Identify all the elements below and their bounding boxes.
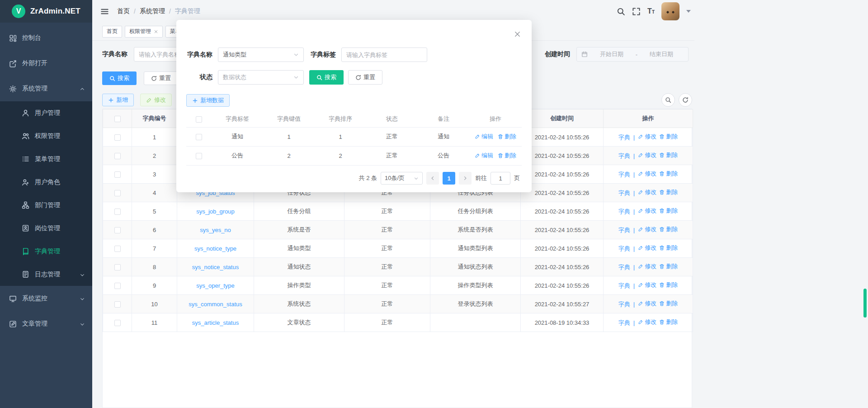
font-size-icon[interactable]: TT [647, 7, 655, 15]
breadcrumb-item[interactable]: 系统管理 [140, 7, 165, 15]
modal-search-button[interactable]: 搜索 [309, 70, 344, 85]
delete-link[interactable]: 删除 [659, 188, 678, 196]
delete-link[interactable]: 删除 [659, 225, 678, 233]
sidebar-item-permission-management[interactable]: 权限管理 [0, 124, 92, 147]
dict-type-link[interactable]: sys_notice_type [194, 245, 236, 252]
dict-link[interactable]: 字典 [618, 171, 630, 179]
row-checkbox[interactable] [114, 320, 121, 326]
toggle-search-button[interactable] [661, 93, 675, 107]
hamburger-icon[interactable] [100, 7, 109, 16]
sidebar-item-external-open[interactable]: 外部打开 [0, 51, 92, 76]
dict-type-link[interactable]: sys_notice_status [192, 264, 239, 270]
dict-link[interactable]: 字典 [618, 226, 630, 234]
sidebar-item-system-management[interactable]: 系统管理 [0, 76, 92, 101]
tab-permission-management[interactable]: 权限管理 [125, 26, 163, 38]
sidebar-item-dictionary-management[interactable]: 字典管理 [0, 240, 92, 263]
dict-link[interactable]: 字典 [618, 189, 630, 197]
search-icon[interactable] [617, 7, 625, 16]
row-checkbox[interactable] [114, 264, 121, 270]
row-checkbox[interactable] [114, 171, 121, 178]
dict-link[interactable]: 字典 [618, 319, 630, 327]
reset-button[interactable]: 重置 [144, 71, 178, 85]
prev-page-button[interactable] [426, 172, 439, 185]
dict-type-link[interactable]: sys_yes_no [200, 227, 231, 233]
edit-link[interactable]: 修改 [638, 244, 656, 252]
refresh-table-button[interactable] [679, 93, 692, 107]
page-size-select[interactable]: 10条/页 [381, 172, 423, 185]
sidebar-item-console[interactable]: 控制台 [0, 25, 92, 51]
delete-link[interactable]: 删除 [659, 262, 678, 270]
scrollbar-thumb[interactable] [863, 289, 867, 318]
edit-link[interactable]: 修改 [638, 318, 656, 326]
delete-link[interactable]: 删除 [659, 170, 678, 178]
delete-link[interactable]: 删除 [659, 318, 678, 326]
dict-type-link[interactable]: sys_job_group [196, 208, 235, 215]
status-select[interactable]: 数据状态 [218, 70, 304, 85]
edit-link[interactable]: 修改 [638, 188, 656, 196]
edit-link[interactable]: 修改 [638, 281, 656, 289]
edit-link[interactable]: 编辑 [475, 133, 493, 141]
sidebar-item-department-management[interactable]: 部门管理 [0, 194, 92, 217]
close-icon[interactable] [154, 29, 158, 34]
row-checkbox[interactable] [114, 283, 121, 289]
row-checkbox[interactable] [114, 190, 121, 196]
row-checkbox[interactable] [196, 134, 202, 140]
sidebar-item-article-management[interactable]: 文章管理 [0, 311, 92, 337]
edit-link[interactable]: 修改 [638, 133, 656, 141]
next-page-button[interactable] [459, 172, 472, 185]
edit-link[interactable]: 编辑 [475, 152, 493, 160]
dict-name-select[interactable]: 通知类型 [218, 47, 304, 62]
dict-link[interactable]: 字典 [618, 245, 630, 253]
avatar[interactable] [661, 2, 679, 20]
dict-link[interactable]: 字典 [618, 133, 630, 142]
dict-link[interactable]: 字典 [618, 208, 630, 216]
dict-link[interactable]: 字典 [618, 300, 630, 308]
sidebar-item-user-role[interactable]: 用户角色 [0, 171, 92, 194]
breadcrumb-item[interactable]: 首页 [117, 7, 130, 15]
tab-home[interactable]: 首页 [102, 26, 122, 38]
close-icon[interactable] [514, 31, 521, 38]
dict-link[interactable]: 字典 [618, 152, 630, 160]
add-button[interactable]: 新增 [102, 94, 134, 106]
dict-type-link[interactable]: sys_common_status [189, 301, 242, 308]
edit-link[interactable]: 修改 [638, 225, 656, 233]
search-button[interactable]: 搜索 [102, 71, 137, 85]
edit-link[interactable]: 修改 [638, 299, 656, 308]
delete-link[interactable]: 删除 [659, 207, 678, 215]
dict-link[interactable]: 字典 [618, 282, 630, 290]
edit-link[interactable]: 修改 [638, 151, 656, 159]
edit-button[interactable]: 修改 [140, 94, 172, 106]
delete-link[interactable]: 删除 [659, 299, 678, 308]
row-checkbox[interactable] [114, 153, 121, 159]
modal-reset-button[interactable]: 重置 [348, 70, 382, 85]
delete-link[interactable]: 删除 [498, 152, 516, 160]
dict-type-link[interactable]: sys_article_status [192, 319, 239, 326]
date-range-picker[interactable]: 开始日期 - 结束日期 [576, 47, 689, 62]
dict-label-input[interactable] [341, 47, 427, 62]
select-all-checkbox[interactable] [196, 116, 202, 123]
goto-page-input[interactable] [491, 172, 510, 185]
page-number-button[interactable]: 1 [443, 172, 455, 185]
row-checkbox[interactable] [114, 227, 121, 233]
caret-down-icon[interactable] [686, 10, 691, 13]
row-checkbox[interactable] [114, 134, 121, 141]
delete-link[interactable]: 删除 [659, 133, 678, 141]
sidebar-item-menu-management[interactable]: 菜单管理 [0, 147, 92, 171]
delete-link[interactable]: 删除 [659, 281, 678, 289]
edit-link[interactable]: 修改 [638, 262, 656, 270]
row-checkbox[interactable] [114, 209, 121, 215]
sidebar-item-system-monitor[interactable]: 系统监控 [0, 286, 92, 311]
delete-link[interactable]: 删除 [498, 133, 516, 141]
row-checkbox[interactable] [114, 301, 121, 308]
app-logo[interactable]: V ZrAdmin.NET [0, 0, 92, 23]
dict-link[interactable]: 字典 [618, 263, 630, 271]
edit-link[interactable]: 修改 [638, 207, 656, 215]
fullscreen-icon[interactable] [632, 7, 641, 16]
row-checkbox[interactable] [114, 246, 121, 252]
edit-link[interactable]: 修改 [638, 170, 656, 178]
select-all-checkbox[interactable] [114, 116, 121, 122]
sidebar-item-post-management[interactable]: 岗位管理 [0, 217, 92, 240]
delete-link[interactable]: 删除 [659, 151, 678, 159]
sidebar-item-log-management[interactable]: 日志管理 [0, 263, 92, 286]
add-data-button[interactable]: 新增数据 [186, 94, 230, 107]
